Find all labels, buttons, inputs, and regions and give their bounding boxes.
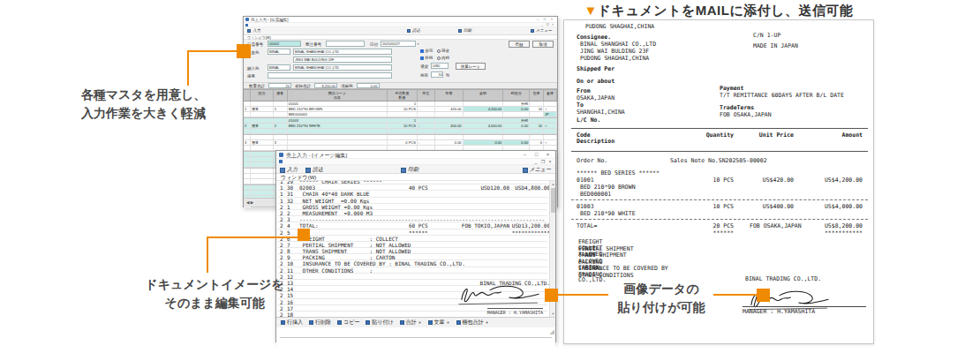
child-minimize-button[interactable]: _ (532, 159, 539, 164)
grid-cell[interactable] (274, 112, 288, 116)
grid-cell[interactable] (244, 179, 251, 184)
grid-cell[interactable]: 2 (274, 124, 288, 128)
grid-cell[interactable] (464, 101, 504, 106)
grid-cell[interactable] (435, 112, 464, 116)
editor-row[interactable]: 22 MEASUREMENT =0.000 M3 (278, 210, 547, 216)
grid-cell[interactable] (418, 135, 435, 139)
editor-row[interactable]: 210 INSURANCE TO BE COVERED BY : BINAL T… (278, 260, 547, 267)
editor-row[interactable]: 29 PACKING : CARTON (278, 254, 547, 260)
grid-cell[interactable] (435, 118, 464, 123)
dropdown-icon[interactable]: ▼ (447, 320, 450, 325)
ship-to-code-field[interactable]: BINAL (268, 64, 290, 71)
grid-cell[interactable] (251, 191, 274, 195)
grid-cell[interactable] (244, 185, 251, 190)
grid-cell[interactable]: 01001 (288, 101, 388, 106)
grid-cell[interactable] (530, 112, 544, 116)
grid-cell[interactable] (244, 129, 251, 133)
grid-cell[interactable] (244, 162, 251, 167)
grid-cell[interactable] (530, 129, 544, 133)
grid-cell[interactable] (251, 129, 274, 133)
grid-cell[interactable]: 外税 (503, 118, 530, 123)
footer-button-梱包合計[interactable]: 梱包合計▼ (456, 319, 489, 327)
grid-cell[interactable] (503, 135, 530, 139)
grid-cell[interactable] (544, 101, 557, 106)
grid-cell[interactable] (251, 112, 274, 116)
editor-row[interactable]: 24TOTAL:60 PCSFOB TOKIO,JAPANUSD13,200.0… (278, 222, 547, 229)
grid-cell[interactable] (244, 174, 251, 178)
minimize-button[interactable]: – (519, 151, 531, 158)
credit-radio[interactable]: 掛売 現金 (420, 49, 449, 53)
grid-cell[interactable]: 通常 (251, 107, 274, 111)
note-field[interactable] (268, 72, 392, 79)
grid-cell[interactable] (388, 112, 418, 116)
grid-row[interactable] (244, 129, 557, 134)
pager-arrows[interactable]: ◀ ▶ (246, 200, 253, 205)
back-window-titlebar[interactable]: 売上入力 - [伝票編集] – □ × (244, 17, 557, 23)
grid-cell[interactable]: 2 (244, 124, 251, 128)
date-dropdown-icon[interactable]: ▼ (417, 42, 419, 46)
grid-cell[interactable] (244, 169, 251, 173)
grid-cell[interactable] (530, 101, 544, 106)
editor-row[interactable]: 26 FREIGHT : COLLECT (278, 236, 547, 242)
grid-cell[interactable]: 4,200.00 (464, 107, 504, 111)
grid-cell[interactable]: 1 (274, 107, 288, 111)
grid-cell[interactable]: 10 PCS (388, 107, 418, 111)
editor-titlebar[interactable]: 売上入力 - [イメージ編集] – □ × (276, 151, 555, 159)
grid-cell[interactable]: 通常 (251, 124, 274, 128)
grid-cell[interactable]: 10 (530, 124, 544, 128)
minimize-button[interactable]: – (534, 17, 541, 22)
dropdown-icon[interactable]: ▼ (486, 320, 489, 325)
grid-cell[interactable]: BED 210*90 WHITE (288, 124, 388, 128)
tax-mode-radio[interactable]: 外税 内税 (420, 56, 449, 60)
editor-row[interactable]: 131 CHAIR 40*40 DARK BLUE (278, 191, 547, 197)
scroll-down-icon[interactable]: ▼ (550, 311, 555, 317)
grid-cell[interactable]: 1 (244, 107, 251, 111)
grid-cell[interactable] (503, 129, 530, 133)
register-button[interactable]: 登録 (509, 41, 530, 48)
grid-cell[interactable] (244, 146, 251, 150)
currency-field[interactable]: USD (431, 63, 449, 69)
grid-cell[interactable]: 10 PCS (388, 124, 418, 128)
grid-cell[interactable] (544, 118, 557, 123)
editor-row[interactable]: 21 GROSS WEIGHT =0.00 Kgs (278, 204, 547, 210)
signature-image[interactable] (455, 283, 543, 306)
grid-cell[interactable] (244, 152, 251, 156)
grid-cell[interactable] (464, 112, 504, 116)
grid-cell[interactable]: 0.00 (435, 140, 464, 145)
grid-cell[interactable] (244, 112, 251, 116)
editor-row[interactable]: 23--------------------------------------… (278, 216, 547, 222)
editor-row[interactable]: 1300200340 PCSUSD120.00USD4,800.00 (278, 184, 547, 191)
grid-cell[interactable] (274, 135, 288, 139)
grid-cell[interactable] (418, 129, 435, 133)
grid-cell[interactable] (251, 146, 274, 150)
footer-button-行挿入[interactable]: 行挿入 (281, 319, 303, 327)
grid-cell[interactable] (251, 185, 274, 190)
grid-cell[interactable] (288, 129, 388, 133)
grid-cell[interactable]: 0.00 (503, 140, 530, 145)
editor-row[interactable]: 25****************** (278, 229, 547, 236)
grid-cell[interactable] (544, 135, 557, 139)
grid-cell[interactable] (251, 179, 274, 184)
footer-button-合計[interactable]: 合計▼ (400, 319, 422, 327)
editor-row[interactable]: 211 OTHER CONDITIONS : (278, 267, 547, 274)
grid-cell[interactable]: 10 (530, 107, 544, 111)
close-button[interactable]: × (548, 17, 555, 22)
grid-cell[interactable] (251, 118, 274, 123)
grid-cell[interactable] (244, 101, 251, 106)
grid-cell[interactable] (435, 135, 464, 139)
grid-cell[interactable] (251, 174, 274, 178)
grid-cell[interactable] (418, 101, 435, 106)
grid-cell[interactable]: BED000001 (288, 112, 388, 116)
grid-cell[interactable] (503, 112, 530, 116)
grid-cell[interactable]: 3 (274, 140, 288, 145)
grid-cell[interactable] (251, 152, 274, 156)
footer-button-文章[interactable]: 文章▼ (428, 319, 450, 327)
customer-code-field[interactable]: BINAL (268, 49, 290, 55)
grid-row[interactable]: BED000001JP (244, 112, 557, 117)
customer-name-field[interactable]: BINAL SHANGHAI CO.,LTD (293, 49, 392, 55)
scrollbar-thumb[interactable] (551, 188, 555, 213)
grid-cell[interactable]: 0.00 (503, 107, 530, 111)
grid-cell[interactable] (274, 118, 288, 123)
dropdown-icon[interactable]: ▼ (418, 320, 422, 325)
grid-cell[interactable] (274, 101, 288, 106)
